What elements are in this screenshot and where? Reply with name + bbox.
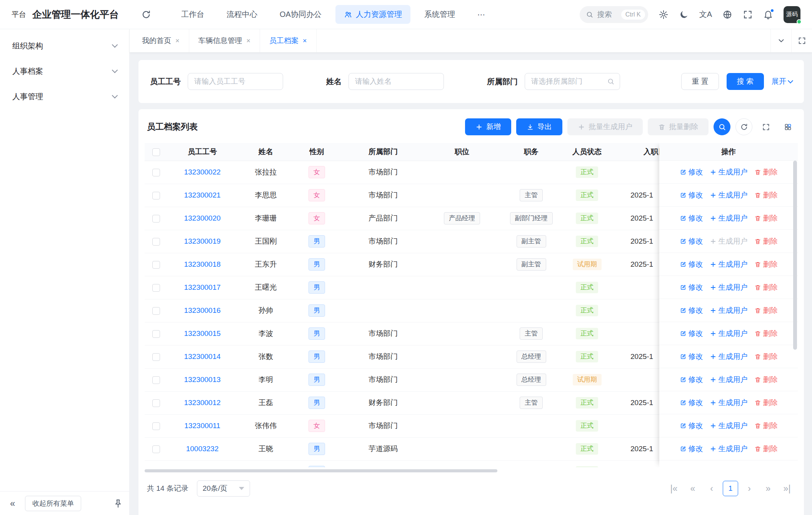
edit-action[interactable]: 修改 bbox=[680, 329, 703, 339]
last-page-button[interactable]: »| bbox=[779, 481, 795, 496]
employee-id-link[interactable]: 132300022 bbox=[184, 168, 220, 176]
avatar[interactable]: 源码 bbox=[784, 6, 800, 23]
generate-user-action[interactable]: 生成用户 bbox=[710, 259, 748, 269]
generate-user-action[interactable]: 生成用户 bbox=[710, 375, 748, 385]
forward-5-pages-button[interactable]: » bbox=[760, 481, 776, 496]
tab-close-icon[interactable]: × bbox=[175, 37, 180, 44]
delete-action[interactable]: 删除 bbox=[754, 190, 778, 200]
toggle-search-button[interactable] bbox=[714, 118, 730, 135]
delete-action[interactable]: 删除 bbox=[754, 398, 778, 408]
employee-id-link[interactable]: 132300015 bbox=[184, 329, 220, 337]
employee-id-link[interactable]: 132300013 bbox=[184, 375, 220, 384]
sidebar-item-组织架构[interactable]: 组织架构 bbox=[0, 33, 129, 58]
delete-action[interactable]: 删除 bbox=[754, 421, 778, 431]
notifications-bell-icon[interactable] bbox=[763, 10, 773, 20]
generate-user-action[interactable]: 生成用户 bbox=[710, 282, 748, 292]
tab-员工档案[interactable]: 员工档案× bbox=[260, 29, 317, 52]
back-5-pages-button[interactable]: « bbox=[685, 481, 700, 496]
row-checkbox[interactable] bbox=[152, 284, 160, 292]
collapse-all-menus-button[interactable]: 收起所有菜单 bbox=[25, 496, 81, 511]
generate-user-action[interactable]: 生成用户 bbox=[710, 421, 748, 431]
global-search-input[interactable]: 搜索 Ctrl K bbox=[580, 6, 648, 23]
employee-id-link[interactable]: 132300021 bbox=[184, 191, 220, 199]
globe-icon[interactable] bbox=[722, 10, 732, 20]
nav-item-⋯[interactable]: ⋯ bbox=[469, 6, 494, 23]
previous-page-button[interactable]: ‹ bbox=[704, 481, 719, 496]
nav-item-工作台[interactable]: 工作台 bbox=[173, 5, 213, 24]
delete-action[interactable]: 删除 bbox=[754, 167, 778, 177]
fullscreen-icon[interactable] bbox=[743, 10, 753, 20]
add-button[interactable]: 新增 bbox=[465, 118, 511, 135]
employee-id-link[interactable]: 132300020 bbox=[184, 214, 220, 222]
employee-id-link[interactable]: 132300019 bbox=[184, 237, 220, 245]
select-all-checkbox[interactable] bbox=[152, 148, 160, 156]
edit-action[interactable]: 修改 bbox=[680, 421, 703, 431]
edit-action[interactable]: 修改 bbox=[680, 375, 703, 385]
sidebar-collapse-button[interactable]: « bbox=[6, 497, 19, 510]
delete-action[interactable]: 删除 bbox=[754, 213, 778, 223]
tab-车辆信息管理[interactable]: 车辆信息管理× bbox=[189, 29, 260, 52]
dark-mode-moon-icon[interactable] bbox=[679, 10, 689, 20]
employee-id-link[interactable]: 132300012 bbox=[184, 399, 220, 407]
language-translate-icon[interactable]: 文A bbox=[699, 9, 712, 20]
row-checkbox[interactable] bbox=[152, 261, 160, 269]
tab-close-icon[interactable]: × bbox=[303, 37, 307, 44]
employee-id-link[interactable]: 132300014 bbox=[184, 352, 220, 360]
row-checkbox[interactable] bbox=[152, 445, 160, 453]
row-checkbox[interactable] bbox=[152, 353, 160, 361]
batch-generate-users-button[interactable]: 批量生成用户 bbox=[567, 118, 643, 135]
row-checkbox[interactable] bbox=[152, 399, 160, 407]
row-checkbox[interactable] bbox=[152, 215, 160, 223]
nav-item-OA协同办公[interactable]: OA协同办公 bbox=[271, 5, 330, 24]
delete-action[interactable]: 删除 bbox=[754, 375, 778, 385]
delete-action[interactable]: 删除 bbox=[754, 306, 778, 316]
edit-action[interactable]: 修改 bbox=[680, 167, 703, 177]
delete-action[interactable]: 删除 bbox=[754, 467, 778, 468]
pin-icon[interactable] bbox=[113, 498, 123, 508]
export-button[interactable]: 导出 bbox=[516, 118, 562, 135]
tab-list-dropdown-button[interactable] bbox=[770, 29, 791, 52]
generate-user-action[interactable]: 生成用户 bbox=[710, 352, 748, 362]
first-page-button[interactable]: |« bbox=[666, 481, 682, 496]
batch-delete-button[interactable]: 批量删除 bbox=[648, 118, 709, 135]
content-fullscreen-button[interactable] bbox=[791, 29, 812, 52]
page-size-select[interactable]: 20条/页 bbox=[197, 480, 250, 497]
column-settings-button[interactable] bbox=[779, 118, 796, 135]
employee-id-link[interactable]: 132300017 bbox=[184, 283, 220, 291]
row-checkbox[interactable] bbox=[152, 422, 160, 430]
employee-no-input[interactable] bbox=[188, 73, 283, 90]
vertical-scrollbar-thumb[interactable] bbox=[793, 161, 797, 350]
employee-id-link[interactable]: 132300011 bbox=[184, 422, 220, 430]
edit-action[interactable]: 修改 bbox=[680, 236, 703, 246]
nav-item-系统管理[interactable]: 系统管理 bbox=[416, 5, 464, 24]
generate-user-action[interactable]: 生成用户 bbox=[710, 213, 748, 223]
generate-user-action[interactable]: 生成用户 bbox=[710, 306, 748, 316]
search-button[interactable]: 搜 索 bbox=[727, 73, 764, 90]
generate-user-action[interactable]: 生成用户 bbox=[710, 329, 748, 339]
delete-action[interactable]: 删除 bbox=[754, 259, 778, 269]
name-input[interactable] bbox=[348, 73, 444, 90]
department-select-input[interactable] bbox=[525, 73, 620, 90]
generate-user-action[interactable]: 生成用户 bbox=[710, 398, 748, 408]
sidebar-item-人事管理[interactable]: 人事管理 bbox=[0, 84, 129, 109]
nav-item-人力资源管理[interactable]: 人力资源管理 bbox=[335, 5, 410, 24]
employee-id-link[interactable]: 132300016 bbox=[184, 306, 220, 314]
next-page-button[interactable]: › bbox=[742, 481, 757, 496]
generate-user-action[interactable]: 生成用户 bbox=[710, 236, 748, 246]
sidebar-item-人事档案[interactable]: 人事档案 bbox=[0, 58, 129, 84]
row-checkbox[interactable] bbox=[152, 169, 160, 176]
reset-button[interactable]: 重 置 bbox=[681, 73, 719, 90]
expand-filters-link[interactable]: 展开 bbox=[772, 76, 792, 86]
row-checkbox[interactable] bbox=[152, 376, 160, 384]
edit-action[interactable]: 修改 bbox=[680, 190, 703, 200]
refresh-icon[interactable] bbox=[141, 10, 151, 20]
horizontal-scrollbar-thumb[interactable] bbox=[145, 469, 497, 472]
edit-action[interactable]: 修改 bbox=[680, 444, 703, 454]
refresh-table-button[interactable] bbox=[735, 118, 752, 135]
nav-item-流程中心[interactable]: 流程中心 bbox=[218, 5, 266, 24]
generate-user-action[interactable]: 生成用户 bbox=[710, 444, 748, 454]
table-fullscreen-button[interactable] bbox=[757, 118, 774, 135]
employee-id-link[interactable]: 132300018 bbox=[184, 260, 220, 268]
tab-我的首页[interactable]: 我的首页× bbox=[133, 29, 189, 52]
edit-action[interactable]: 修改 bbox=[680, 306, 703, 316]
